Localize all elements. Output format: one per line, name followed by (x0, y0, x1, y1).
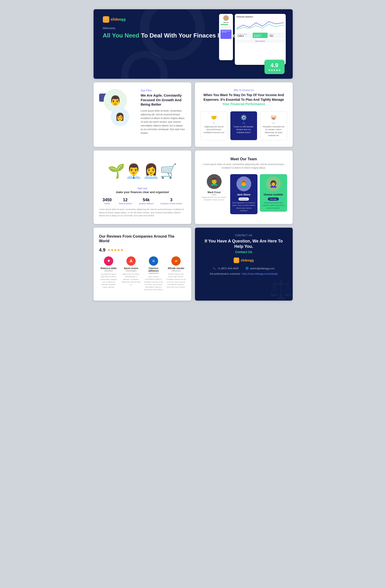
stats-row: Income this month 1,390 $ Overall Income… (237, 33, 284, 38)
reviewer2-text: Maecenas nec tortor, pellentesque a aliq… (122, 273, 141, 286)
stat-label-4: Quantum omnia ventire (161, 202, 182, 205)
reviewer3-company: Openmind (144, 272, 163, 274)
why-card-2: ⚙️ #2 Fusce ut velit laoreet, tempus arc… (230, 111, 257, 140)
team-cards: 👨‍🦱 Mark Frost CEO Magni dolores eos qui… (201, 174, 287, 214)
reviews-heading: Our Reviews From Companies Around The Wo… (99, 234, 186, 244)
why-num-2: #2 (233, 122, 255, 124)
contact-email: 🌐 admin@slideegg.com (245, 267, 275, 270)
why-text-1: Adipiscing elit sed do eiusmod tempor in… (203, 125, 225, 134)
stat-num-3: 54k (139, 198, 154, 202)
member1-avatar: 👨‍🦱 (207, 174, 222, 189)
reviewer4-avatar: xif (171, 256, 181, 266)
menu-item-dashboard (221, 24, 228, 25)
firm-tag: Our Firm (141, 89, 186, 92)
reviewer4-name: Alfredo morato (166, 267, 186, 270)
member3-card: 👩‍🦱 Omena rumbble Manager Scelerisque lu… (260, 174, 287, 212)
team-desc: Lorem ipsum dolor sit amet, consectetur … (201, 163, 287, 169)
stats-row: 3450 Omnix 12 Tantum perfori 54k Quanto … (99, 198, 186, 205)
why-text-2: Fusce ut velit laoreet, tempus arcu ex, … (233, 125, 255, 134)
dashboard-mockup: John Doe Financial statistics (219, 14, 286, 65)
email-icon: 🌐 (245, 267, 249, 270)
member2-avatar: 👨‍🦰 (236, 176, 251, 191)
contact-link: Get professional to customize : https://… (201, 273, 287, 275)
income-stat: Income this month 1,390 $ (237, 33, 252, 38)
stat-tantum: 12 Tantum perfori (119, 198, 132, 205)
reviewer2-company: Cleardragon (122, 270, 141, 272)
handshake-icon: 🤝 (203, 115, 225, 121)
why-card-1: 🤝 #1 Adipiscing elit sed do eiusmod temp… (201, 111, 228, 140)
member3-bio: Scelerisque luctus erat, sodales, autem … (262, 202, 285, 209)
stats-subtitle: make your finances clear and organized (99, 190, 186, 194)
reviewers-row: ✦ Rebecca wilde Maindoor Qui dolorem ips… (99, 256, 186, 291)
reviewer-1: ✦ Rebecca wilde Maindoor Qui dolorem ips… (99, 256, 118, 291)
member3-role: Manager (268, 198, 279, 201)
contact-logo-icon: 🥚 (234, 257, 239, 263)
contact-logo-text: slideegg (241, 258, 254, 262)
phone-menu (221, 24, 232, 28)
contact-url[interactable]: https://www.slideegg.com/redesign (242, 273, 278, 275)
why-num-1: #1 (203, 122, 225, 124)
firm-images: 👨 👩 (99, 89, 136, 126)
why-cards: 🤝 #1 Adipiscing elit sed do eiusmod temp… (201, 111, 287, 140)
reviewer3-name: Clarence withmore (144, 267, 163, 272)
row-4: Our Reviews From Companies Around The Wo… (94, 228, 293, 301)
contact-phone: 📞 +1 (857) 444-4609 (213, 267, 239, 270)
member2-role: Director (239, 198, 249, 201)
member2-name: Jack Stone (232, 193, 256, 196)
stats-illustration: 🌱👨‍💼👩‍💼🛒 (99, 157, 186, 185)
reviews-rating-num: 4.9 (99, 247, 106, 253)
phone-card (221, 30, 232, 39)
logo-icon: 🥚 (103, 16, 109, 23)
user-avatar (223, 15, 229, 21)
member1-role: CEO (201, 194, 228, 196)
row-2: 👨 👩 Our Firm We Are Agile. Constantly Fo… (94, 83, 293, 147)
contact-logo: 🥚 slideegg (201, 257, 287, 263)
reviewer3-text: Quis nostrud exercitation ullamco. Curab… (144, 275, 163, 291)
firm-desc: Lorem ipsum dolor sit amet, consectetur … (141, 109, 186, 135)
firm-text: Our Firm We Are Agile. Constantly Focuse… (141, 89, 186, 135)
reviewer-2: A Aaron moore Cleardragon Maecenas nec t… (122, 256, 141, 291)
contact-bg-decoration: ⚖️ (269, 279, 293, 301)
firm-slide: 👨 👩 Our Firm We Are Agile. Constantly Fo… (94, 83, 191, 147)
team-member-1: 👨‍🦱 Mark Frost CEO Magni dolores eos qui… (201, 174, 228, 214)
phone-mockup: John Doe (219, 14, 233, 60)
contact-cta: Contact Us (201, 250, 287, 254)
stat-label-1: Omnix (102, 202, 112, 205)
member1-name: Mark Frost (201, 191, 228, 194)
why-tag: Why To Choose Us (201, 89, 287, 91)
reviewer1-name: Rebecca wilde (99, 267, 118, 270)
stat-omnix: 3450 Omnix (102, 198, 112, 205)
stat-label-3: Quanto ollenum (139, 202, 154, 205)
firm-content: 👨 👩 Our Firm We Are Agile. Constantly Fo… (99, 89, 186, 135)
stat-num-1: 3450 (102, 198, 112, 202)
row-3: 🌱👨‍💼👩‍💼🛒 Start now make your finances cl… (94, 150, 293, 224)
stat-quanto: 54k Quanto ollenum (139, 198, 154, 205)
reviewer4-company: Milestone (166, 270, 186, 272)
stat-quantum: 3 Quantum omnia ventire (161, 198, 182, 205)
why-slide: Why To Choose Us When You Want To Stay O… (195, 83, 293, 147)
main-dashboard: Financial statistics Income this month 1… (235, 14, 286, 65)
gear-icon: ⚙️ (233, 115, 255, 121)
contact-slide: ⚖️ CONTACT US If You Have A Question, We… (195, 228, 293, 301)
reviewer-3: ≡ Clarence withmore Openmind Quis nostru… (144, 256, 163, 291)
overall-stat: Overall Income 18,000 $ (253, 33, 268, 38)
dashboard-title: Financial statistics (237, 16, 284, 18)
reviews-stars: ★★★★★ (107, 248, 123, 252)
why-num-3: #3 (263, 122, 284, 124)
reviewer3-avatar: ≡ (149, 256, 158, 266)
team-member-2: 👨‍🦰 Jack Stone Director Duis dignissim m… (230, 174, 258, 214)
reviewer2-name: Aaron moore (122, 267, 141, 270)
balance-stat: Balance 78% (269, 33, 284, 38)
rating-stars: ★★★★★ (268, 68, 281, 72)
why-card-3: 🐷 #3 Phasellus venenatis leo eu semper v… (260, 111, 287, 140)
team-member-3: 👩‍🦱 Omena rumbble Manager Scelerisque lu… (260, 174, 287, 214)
logo-text: slideegg (111, 17, 126, 21)
member2-card: 👨‍🦰 Jack Stone Director Duis dignissim m… (230, 174, 258, 214)
why-text-3: Phasellus venenatis leo eu semper varius… (263, 125, 284, 137)
team-heading: Meet Our Team (201, 157, 287, 161)
member3-avatar: 👩‍🦱 (266, 176, 281, 191)
chart-area (237, 19, 284, 31)
phone-icon: 📞 (213, 267, 216, 270)
contact-info-row: 📞 +1 (857) 444-4609 🌐 admin@slideegg.com (201, 267, 287, 270)
menu-item-insights (221, 27, 232, 28)
